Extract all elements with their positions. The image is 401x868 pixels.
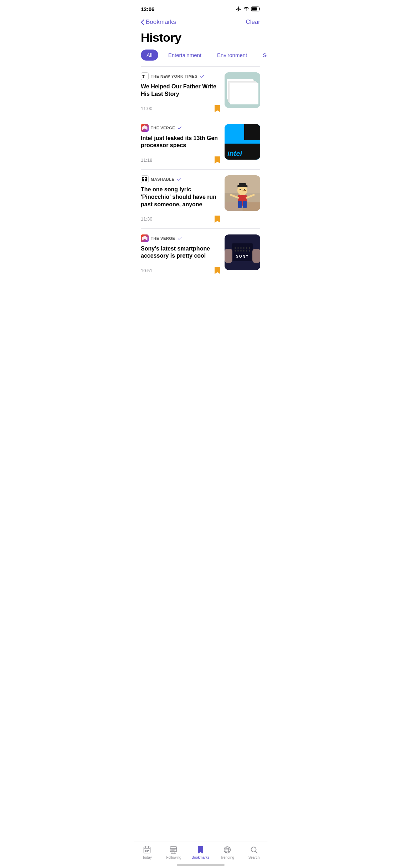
filter-tab-all[interactable]: All: [141, 50, 158, 61]
nyt-logo: T: [141, 72, 149, 80]
verified-icon: [177, 125, 182, 130]
back-label: Bookmarks: [146, 19, 176, 26]
page-title: History: [134, 29, 267, 50]
svg-text:T: T: [142, 74, 145, 78]
source-name: THE VERGE: [151, 126, 175, 130]
svg-point-49: [246, 250, 247, 252]
verified-icon: [177, 236, 182, 241]
bookmark-icon[interactable]: [215, 156, 220, 164]
article-thumbnail: SONY: [225, 234, 260, 270]
article-thumbnail: [225, 72, 260, 108]
article-time: 11:00: [141, 106, 153, 111]
article-meta: 10:51: [141, 267, 220, 274]
svg-text:intel: intel: [227, 150, 242, 157]
nav-bar: Bookmarks Clear: [134, 16, 267, 29]
article-list-wrapper: T THE NEW YORK TIMES We Helped Our Fathe…: [134, 66, 267, 316]
svg-rect-53: [252, 249, 260, 263]
filter-tab-science[interactable]: Science: [257, 50, 267, 61]
svg-rect-27: [243, 201, 247, 208]
svg-point-30: [244, 189, 245, 190]
mashable-logo: [141, 175, 149, 183]
svg-point-42: [243, 247, 245, 249]
filter-tab-entertainment[interactable]: Entertainment: [163, 50, 207, 61]
svg-point-46: [237, 250, 239, 252]
svg-point-39: [235, 247, 236, 249]
article-content: MASHABLE The one song lyric 'Pinocchio' …: [141, 175, 220, 222]
svg-rect-1: [252, 7, 257, 11]
svg-rect-38: [232, 243, 253, 261]
svg-rect-26: [238, 201, 242, 208]
status-time: 12:06: [141, 6, 154, 12]
filter-tabs: All Entertainment Environment Science Te…: [134, 50, 267, 66]
article-content: THE VERGE Intel just leaked its 13th Gen…: [141, 124, 220, 164]
article-item[interactable]: T THE NEW YORK TIMES We Helped Our Fathe…: [141, 66, 260, 118]
svg-point-44: [249, 247, 250, 249]
svg-rect-19: [145, 178, 146, 179]
svg-text:SONY: SONY: [236, 254, 249, 258]
svg-rect-13: [244, 124, 260, 140]
svg-rect-3: [225, 72, 260, 108]
source-line: THE VERGE: [141, 124, 220, 132]
svg-rect-5: [227, 80, 254, 100]
thumbnail-image: SONY: [225, 234, 260, 270]
svg-rect-33: [239, 183, 246, 187]
status-bar: 12:06: [134, 0, 267, 16]
status-icons: [236, 6, 260, 12]
thumbnail-image: [225, 175, 260, 211]
back-button[interactable]: Bookmarks: [141, 19, 176, 26]
svg-rect-18: [143, 178, 144, 179]
svg-point-43: [246, 247, 247, 249]
article-meta: 11:00: [141, 105, 220, 112]
article-meta: 11:18: [141, 156, 220, 164]
source-name: THE VERGE: [151, 236, 175, 241]
verge-logo-icon: [142, 235, 148, 242]
article-title: Sony's latest smartphone accessory is pr…: [141, 245, 220, 260]
article-time: 10:51: [141, 268, 153, 273]
airplane-icon: [236, 6, 241, 12]
back-chevron-icon: [141, 19, 144, 25]
svg-line-31: [242, 191, 246, 191]
svg-rect-6: [227, 79, 253, 99]
svg-point-41: [240, 247, 242, 249]
bookmark-icon[interactable]: [215, 105, 220, 112]
source-name: THE NEW YORK TIMES: [151, 74, 197, 78]
svg-point-48: [243, 250, 245, 252]
verified-icon: [200, 74, 205, 79]
svg-marker-36: [142, 236, 148, 241]
nyt-logo-icon: T: [142, 73, 148, 79]
verge-logo: [141, 234, 149, 242]
svg-marker-11: [142, 125, 148, 130]
wifi-icon: [243, 6, 249, 12]
svg-rect-52: [225, 249, 232, 263]
article-item[interactable]: THE VERGE Sony's latest smartphone acces…: [141, 228, 260, 280]
article-title: Intel just leaked its 13th Gen processor…: [141, 135, 220, 150]
verge-logo-icon: [142, 125, 148, 131]
article-item[interactable]: THE VERGE Intel just leaked its 13th Gen…: [141, 118, 260, 170]
mashable-logo-icon: [142, 176, 148, 182]
article-thumbnail: [225, 175, 260, 211]
verge-logo: [141, 124, 149, 132]
clear-button[interactable]: Clear: [246, 19, 260, 26]
thumbnail-image: intel: [225, 124, 260, 160]
article-thumbnail: intel: [225, 124, 260, 160]
filter-tab-environment[interactable]: Environment: [211, 50, 253, 61]
source-name: MASHABLE: [151, 177, 174, 181]
verified-icon: [176, 177, 181, 182]
bookmark-icon[interactable]: [215, 216, 220, 223]
svg-rect-17: [145, 177, 147, 181]
bookmark-icon[interactable]: [215, 267, 220, 274]
svg-point-47: [240, 250, 242, 252]
svg-point-40: [237, 247, 239, 249]
battery-icon: [251, 6, 260, 11]
article-title: We Helped Our Father Write His Last Stor…: [141, 83, 220, 98]
article-item[interactable]: MASHABLE The one song lyric 'Pinocchio' …: [141, 169, 260, 228]
svg-rect-4: [228, 81, 255, 101]
svg-point-45: [235, 250, 236, 252]
svg-point-50: [249, 250, 250, 252]
article-title: The one song lyric 'Pinocchio' should ha…: [141, 186, 220, 208]
thumbnail-image: [225, 72, 260, 108]
svg-rect-16: [142, 177, 144, 181]
article-content: T THE NEW YORK TIMES We Helped Our Fathe…: [141, 72, 220, 112]
source-line: T THE NEW YORK TIMES: [141, 72, 220, 80]
article-time: 11:18: [141, 157, 153, 163]
